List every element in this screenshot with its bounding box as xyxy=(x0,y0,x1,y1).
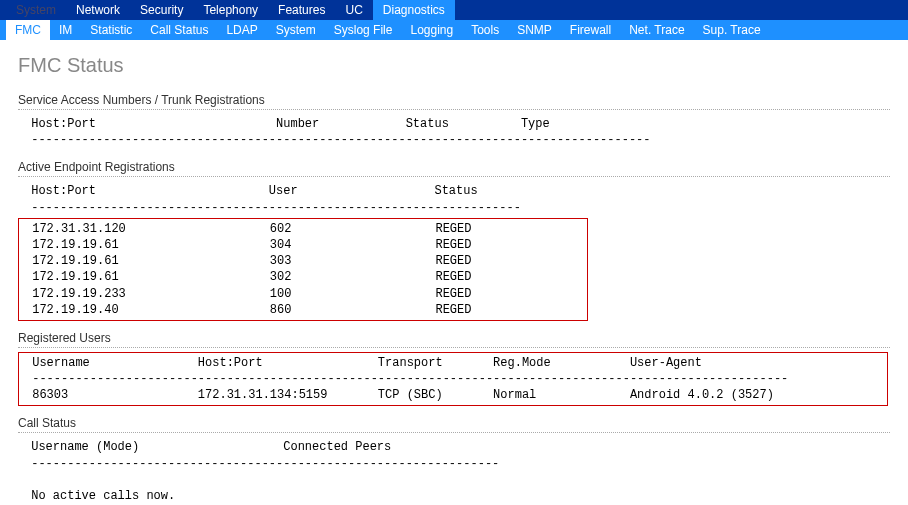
registered-users-label: Registered Users xyxy=(18,331,890,345)
service-access-label: Service Access Numbers / Trunk Registrat… xyxy=(18,93,890,107)
subnav-item-syslog-file[interactable]: Syslog File xyxy=(325,20,402,40)
subnav-item-firewall[interactable]: Firewall xyxy=(561,20,620,40)
subnav-item-snmp[interactable]: SNMP xyxy=(508,20,561,40)
subnav-item-fmc[interactable]: FMC xyxy=(6,20,50,40)
active-endpoint-label: Active Endpoint Registrations xyxy=(18,160,890,174)
subnav-item-sup-trace[interactable]: Sup. Trace xyxy=(694,20,770,40)
topnav-item-uc[interactable]: UC xyxy=(335,0,372,20)
topnav-item-features[interactable]: Features xyxy=(268,0,335,20)
active-endpoint-rows: 172.31.31.120 602 REGED 172.19.19.61 304… xyxy=(18,218,588,321)
subnav-item-tools[interactable]: Tools xyxy=(462,20,508,40)
topnav-item-system[interactable]: System xyxy=(6,0,66,20)
call-status-label: Call Status xyxy=(18,416,890,430)
topnav-item-diagnostics[interactable]: Diagnostics xyxy=(373,0,455,20)
subnav-item-call-status[interactable]: Call Status xyxy=(141,20,217,40)
subnav-item-im[interactable]: IM xyxy=(50,20,81,40)
topnav-item-telephony[interactable]: Telephony xyxy=(193,0,268,20)
top-nav: SystemNetworkSecurityTelephonyFeaturesUC… xyxy=(0,0,908,20)
subnav-item-logging[interactable]: Logging xyxy=(401,20,462,40)
page-title: FMC Status xyxy=(18,54,890,77)
call-status-block: Username (Mode) Connected Peers --------… xyxy=(18,437,890,505)
topnav-item-network[interactable]: Network xyxy=(66,0,130,20)
sub-nav: FMCIMStatisticCall StatusLDAPSystemSyslo… xyxy=(0,20,908,40)
divider xyxy=(18,432,890,433)
divider xyxy=(18,176,890,177)
topnav-item-security[interactable]: Security xyxy=(130,0,193,20)
divider xyxy=(18,347,890,348)
subnav-item-system[interactable]: System xyxy=(267,20,325,40)
content-area: FMC Status Service Access Numbers / Trun… xyxy=(0,40,908,505)
divider xyxy=(18,109,890,110)
active-endpoint-header: Host:Port User Status ------------------… xyxy=(18,181,890,217)
registered-users-block: Username Host:Port Transport Reg.Mode Us… xyxy=(18,352,888,407)
service-access-block: Host:Port Number Status Type -----------… xyxy=(18,114,890,150)
subnav-item-ldap[interactable]: LDAP xyxy=(217,20,266,40)
subnav-item-net-trace[interactable]: Net. Trace xyxy=(620,20,693,40)
subnav-item-statistic[interactable]: Statistic xyxy=(81,20,141,40)
